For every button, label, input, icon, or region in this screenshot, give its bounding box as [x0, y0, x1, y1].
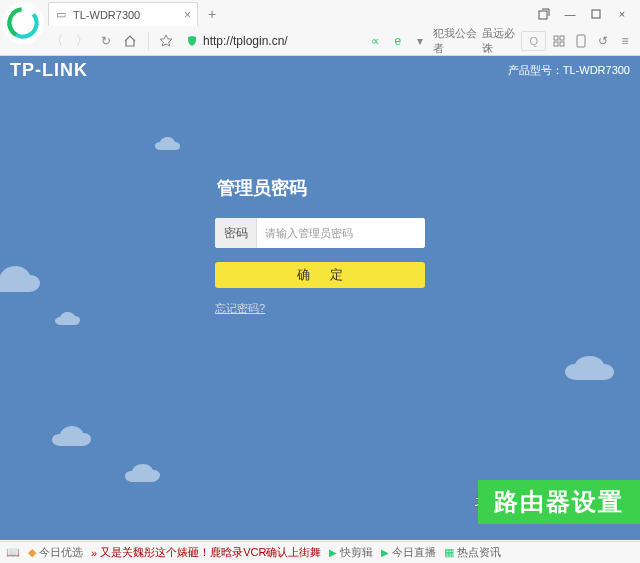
status-item-5[interactable]: ▦热点资讯: [444, 545, 501, 560]
cloud-icon: [52, 426, 108, 450]
page-content: TP-LINK 产品型号：TL-WDR7300 管理员密码 密码 确 定 忘记密…: [0, 56, 640, 540]
mobile-icon[interactable]: [572, 30, 590, 52]
password-row: 密码: [215, 218, 425, 248]
status-item-3[interactable]: ▶快剪辑: [329, 545, 373, 560]
nav-home-icon[interactable]: [121, 30, 139, 52]
toolbar-separator: [148, 32, 149, 50]
svg-rect-5: [560, 36, 564, 40]
svg-rect-4: [554, 36, 558, 40]
share-icon[interactable]: ∝: [367, 30, 385, 52]
browser-brand-icon: [2, 2, 44, 44]
search-input[interactable]: Q: [521, 31, 546, 51]
login-panel: 管理员密码 密码 确 定 忘记密码?: [215, 176, 425, 316]
svg-rect-8: [577, 35, 585, 47]
window-minimize-icon[interactable]: —: [558, 4, 582, 24]
forgot-password-link[interactable]: 忘记密码?: [215, 302, 265, 314]
login-title: 管理员密码: [217, 176, 425, 200]
window-maximize-icon[interactable]: [584, 4, 608, 24]
cloud-icon: [125, 464, 175, 486]
status-item-4[interactable]: ▶今日直播: [381, 545, 436, 560]
overlay-badge: 路由器设置: [478, 480, 640, 524]
nav-back-icon[interactable]: 〈: [48, 30, 66, 52]
toolbar-text-1: 犯我公会者: [433, 26, 478, 56]
svg-rect-7: [560, 42, 564, 46]
nav-forward-icon[interactable]: 〉: [72, 30, 90, 52]
svg-rect-6: [554, 42, 558, 46]
favorite-star-icon[interactable]: [157, 30, 175, 52]
status-news-link[interactable]: » 又是关魏彤这个婊砸！鹿晗录VCR确认上街舞: [91, 545, 321, 560]
file-icon: ▭: [55, 9, 67, 21]
cloud-icon: [0, 266, 70, 298]
shield-icon: [185, 34, 199, 48]
cloud-icon: [155, 136, 195, 154]
tab-close-icon[interactable]: ×: [184, 8, 191, 22]
product-model: 产品型号：TL-WDR7300: [508, 63, 630, 78]
cloud-icon: [55, 312, 91, 328]
new-tab-button[interactable]: +: [204, 2, 220, 26]
window-popout-icon[interactable]: [532, 4, 556, 24]
browser-titlebar: ▭ TL-WDR7300 × + — ×: [0, 0, 640, 26]
browser-e-icon[interactable]: e: [389, 30, 407, 52]
url-text: http://tplogin.cn/: [203, 34, 288, 48]
svg-rect-3: [592, 10, 600, 18]
toolbar-text-2: 虽远必诛: [482, 26, 518, 56]
address-bar[interactable]: http://tplogin.cn/: [181, 30, 361, 52]
brand-logo: TP-LINK: [10, 60, 88, 81]
svg-rect-2: [539, 11, 547, 19]
browser-toolbar: 〈 〉 ↻ http://tplogin.cn/ ∝ e ▾ 犯我公会者 虽远必…: [0, 26, 640, 56]
status-bar: 📖 ◆今日优选 » 又是关魏彤这个婊砸！鹿晗录VCR确认上街舞 ▶快剪辑 ▶今日…: [0, 541, 640, 563]
history-icon[interactable]: ↺: [594, 30, 612, 52]
password-input[interactable]: [257, 218, 425, 248]
menu-icon[interactable]: ≡: [616, 30, 634, 52]
status-item-1[interactable]: ◆今日优选: [28, 545, 83, 560]
status-bookmark-icon[interactable]: 📖: [6, 546, 20, 559]
window-close-icon[interactable]: ×: [610, 4, 634, 24]
apps-icon[interactable]: [550, 30, 568, 52]
browser-tab[interactable]: ▭ TL-WDR7300 ×: [48, 2, 198, 26]
submit-button[interactable]: 确 定: [215, 262, 425, 288]
password-label: 密码: [215, 218, 257, 248]
tab-title: TL-WDR7300: [73, 9, 140, 21]
nav-reload-icon[interactable]: ↻: [97, 30, 115, 52]
dropdown-icon[interactable]: ▾: [411, 30, 429, 52]
cloud-icon: [565, 356, 635, 386]
